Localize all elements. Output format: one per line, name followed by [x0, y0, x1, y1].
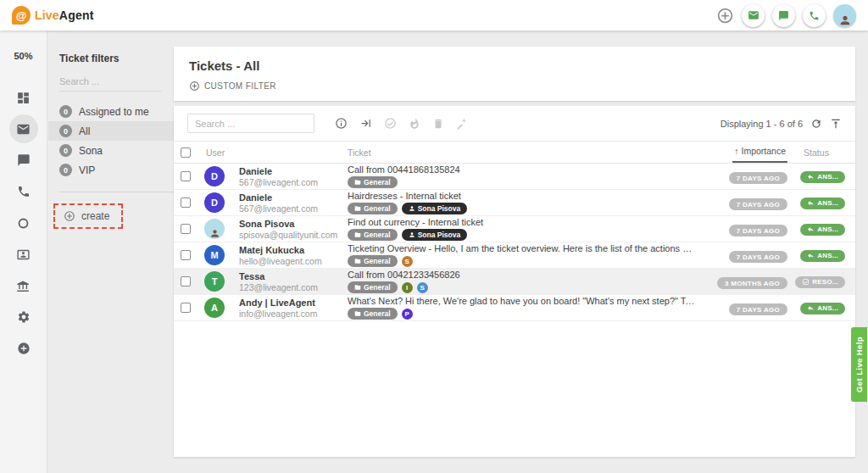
table-row[interactable]: D Daniele 567@liveagent.com Hairdresses …	[174, 190, 855, 216]
folder-icon	[354, 284, 361, 291]
table-row[interactable]: D Daniele 567@liveagent.com Call from 00…	[174, 164, 855, 190]
filter-item-vip[interactable]: 0 VIP	[48, 160, 174, 180]
page-title: Tickets - All	[189, 58, 855, 73]
scroll-top-icon[interactable]	[830, 118, 842, 130]
row-checkbox[interactable]	[181, 250, 191, 260]
plus-circle-icon	[189, 81, 200, 92]
upgrade-plus-icon[interactable]	[9, 334, 38, 363]
folder-icon	[354, 205, 361, 212]
department-badge: General	[348, 203, 398, 214]
user-name: Sona Pisova	[239, 219, 348, 230]
row-checkbox[interactable]	[181, 224, 191, 234]
tickets-toolbar: Displaying 1 - 6 of 6	[174, 113, 855, 142]
user-email: 567@liveagent.com	[239, 203, 348, 214]
reply-icon	[807, 199, 815, 207]
column-ticket[interactable]: Ticket	[348, 147, 703, 158]
new-email-button[interactable]	[742, 4, 765, 27]
status-badge: ANS...	[800, 198, 845, 209]
column-importance[interactable]: ↑Importance	[732, 142, 787, 163]
liveagent-logo[interactable]: @ LiveAgent	[12, 6, 94, 25]
wand-icon[interactable]	[456, 118, 468, 130]
importance-badge: 7 DAYS AGO	[729, 198, 787, 210]
table-row[interactable]: M Matej Kukucka hello@liveagent.com Tick…	[174, 242, 855, 269]
column-user[interactable]: User	[204, 147, 348, 158]
filter-count-badge: 0	[59, 125, 72, 137]
filters-search-input[interactable]	[59, 73, 161, 92]
tickets-search-input[interactable]	[187, 114, 314, 133]
table-header: User Ticket ↑Importance Status	[174, 142, 855, 164]
sort-arrow-icon: ↑	[734, 146, 738, 156]
new-call-button[interactable]	[803, 4, 826, 27]
reply-icon	[807, 173, 815, 181]
contact-card-icon[interactable]	[9, 240, 38, 269]
topbar: @ LiveAgent	[0, 0, 868, 31]
resolved-icon	[802, 278, 810, 286]
divider	[59, 192, 174, 192]
calls-icon[interactable]	[9, 177, 38, 206]
get-live-help-tab[interactable]: Get Live Help	[851, 327, 867, 402]
row-checkbox[interactable]	[181, 198, 191, 208]
ticket-filters-panel: Ticket filters 0 Assigned to me 0 All 0 …	[48, 31, 174, 473]
refresh-icon[interactable]	[810, 118, 822, 130]
filters-title: Ticket filters	[59, 53, 174, 64]
add-new-icon[interactable]	[716, 7, 734, 25]
row-checkbox[interactable]	[181, 276, 191, 287]
ticket-subject: Call from 00421233456826	[348, 270, 696, 281]
avatar-photo	[204, 219, 225, 239]
custom-filter-button[interactable]: CUSTOM FILTER	[189, 81, 276, 92]
importance-badge: 7 DAYS AGO	[729, 303, 787, 315]
ticket-subject: Find out currency - Internal ticket	[348, 217, 696, 228]
new-chat-button[interactable]	[772, 4, 795, 27]
logo-text: LiveAgent	[35, 8, 94, 22]
table-row[interactable]: Sona Pisova spisova@qualityunit.com Find…	[174, 216, 855, 242]
create-filter-button[interactable]: create	[53, 203, 123, 229]
trash-icon[interactable]	[432, 118, 444, 130]
dashboard-icon[interactable]	[9, 83, 38, 112]
tag-dot: S	[417, 282, 428, 293]
filter-item-assigned-to-me[interactable]: 0 Assigned to me	[48, 102, 174, 121]
availability-percent[interactable]: 50%	[14, 51, 32, 61]
status-badge: ANS...	[800, 224, 845, 236]
ticket-subject: What's Next? Hi there, We're glad to hav…	[348, 296, 696, 307]
status-badge: RESO...	[795, 276, 845, 288]
reply-icon	[807, 304, 815, 312]
envelope-icon	[748, 9, 760, 21]
user-name: Daniele	[239, 166, 348, 177]
person-icon	[409, 205, 415, 212]
table-row[interactable]: T Tessa 123@liveagent.com Call from 0042…	[174, 269, 855, 295]
column-status[interactable]: Status	[804, 147, 829, 158]
reply-icon	[807, 252, 815, 259]
tickets-icon[interactable]	[9, 114, 38, 143]
row-checkbox[interactable]	[181, 303, 191, 313]
ring-icon[interactable]	[9, 209, 38, 237]
filter-count-badge: 0	[59, 164, 72, 176]
select-all-checkbox[interactable]	[181, 147, 191, 158]
bulk-action-icons	[335, 117, 468, 130]
folder-icon	[354, 231, 361, 238]
filter-item-all[interactable]: 0 All	[48, 121, 174, 141]
left-rail: 50%	[0, 31, 47, 473]
chats-icon[interactable]	[9, 146, 38, 175]
status-badge: ANS...	[800, 171, 845, 183]
folder-icon	[354, 258, 361, 264]
topbar-actions	[716, 4, 856, 27]
assigned-agent-badge: Sona Pisova	[402, 229, 468, 241]
department-badge: General	[348, 308, 398, 320]
filter-item-sona[interactable]: 0 Sona	[48, 141, 174, 160]
table-row[interactable]: A Andy | LiveAgent info@liveagent.com Wh…	[174, 295, 855, 321]
gear-icon[interactable]	[9, 303, 38, 331]
plus-circle-icon	[64, 210, 75, 222]
bank-icon[interactable]	[9, 271, 38, 300]
agent-avatar[interactable]	[833, 4, 856, 27]
importance-badge: 3 MONTHS AGO	[717, 277, 787, 289]
department-badge: General	[348, 255, 398, 267]
info-icon[interactable]	[335, 117, 348, 130]
department-badge: General	[348, 176, 398, 188]
avatar: D	[204, 192, 225, 213]
flame-icon[interactable]	[409, 118, 420, 130]
resolve-icon[interactable]	[384, 117, 397, 130]
transfer-icon[interactable]	[359, 117, 372, 130]
row-checkbox[interactable]	[181, 171, 191, 181]
folder-icon	[354, 310, 361, 317]
filter-count-badge: 0	[59, 105, 72, 118]
